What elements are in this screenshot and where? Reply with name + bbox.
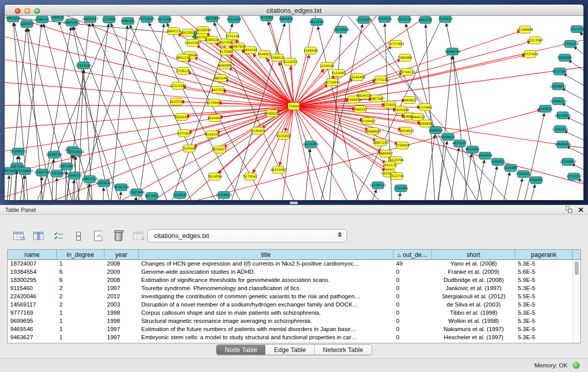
table-cell[interactable]: 1 — [57, 309, 104, 317]
column-header-pagerank[interactable]: pagerank — [515, 250, 573, 260]
table-cell[interactable]: 2 — [57, 301, 104, 309]
table-cell[interactable]: 1997 — [104, 334, 139, 342]
table-cell[interactable]: Investigating the contribution of common… — [139, 293, 394, 301]
table-cell[interactable]: 2 — [57, 285, 104, 293]
network-window[interactable]: citations_edges.txt 19553541403557208914… — [4, 4, 584, 201]
scrollbar-thumb[interactable] — [575, 261, 579, 275]
table-mode-button[interactable]: ⚙ — [11, 229, 26, 243]
table-cell[interactable]: 2008 — [104, 260, 139, 268]
table-cell[interactable]: 18724007 — [8, 260, 57, 268]
table-cell[interactable]: 0 — [394, 268, 432, 276]
table-cell[interactable]: 1 — [57, 260, 104, 268]
tab-edge-table[interactable]: Edge Table — [266, 345, 314, 355]
table-cell[interactable]: 5.3E-5 — [515, 317, 573, 325]
table-cell[interactable]: 9465546 — [8, 325, 57, 334]
table-row[interactable]: 969969511998Structural magnetic resonanc… — [8, 317, 580, 325]
show-columns-button[interactable] — [31, 229, 46, 243]
table-cell[interactable]: 9463627 — [8, 334, 57, 342]
table-cell[interactable]: Nakamura et al. (1997) — [432, 325, 515, 334]
panel-splitter-handle[interactable] — [290, 202, 298, 204]
delete-table-button[interactable]: ✕ — [131, 229, 145, 243]
table-cell[interactable]: Wolkin et al. (1998) — [432, 317, 515, 325]
table-cell[interactable]: 22420046 — [8, 293, 57, 301]
table-cell[interactable]: 49 — [394, 260, 432, 268]
table-cell[interactable]: 9699695 — [8, 317, 57, 325]
table-cell[interactable]: Dudbridge et al. (2008) — [432, 276, 515, 285]
table-cell[interactable]: 1 — [57, 317, 104, 325]
table-cell[interactable]: Changes of HCN gene expression and I(f) … — [139, 260, 394, 268]
new-column-button[interactable] — [91, 229, 105, 243]
table-cell[interactable]: 1998 — [104, 317, 139, 325]
table-cell[interactable]: 6 — [57, 276, 104, 285]
table-cell[interactable]: 2009 — [104, 268, 139, 276]
table-cell[interactable]: 19384554 — [8, 268, 57, 276]
select-columns-button[interactable]: ✔—✔— — [51, 229, 66, 243]
table-cell[interactable]: de Silva et al. (2003) — [432, 301, 515, 309]
network-canvas[interactable]: 1955354140355720891411040232208914061065… — [5, 16, 583, 200]
table-row[interactable]: 1938455462009Genome-wide association stu… — [8, 268, 580, 276]
table-cell[interactable]: 1 — [57, 334, 104, 342]
table-cell[interactable]: 5.9E-5 — [515, 276, 573, 285]
table-cell[interactable]: 18300295 — [8, 276, 57, 285]
column-header-year[interactable]: year — [104, 250, 139, 260]
table-cell[interactable]: 1998 — [104, 309, 139, 317]
float-panel-icon[interactable] — [565, 206, 573, 213]
table-cell[interactable]: 5.3E-5 — [515, 260, 573, 268]
table-row[interactable]: 946554611997Estimation of the future num… — [8, 325, 580, 334]
table-cell[interactable]: Tourette syndrome. Phenomenology and cla… — [139, 285, 394, 293]
table-cell[interactable]: Jankovic et al. (1997) — [432, 285, 515, 293]
delete-column-button[interactable] — [111, 229, 125, 243]
table-cell[interactable]: Tibbo et al. (1998) — [432, 309, 515, 317]
table-cell[interactable]: Stergiakouli et al. (2012) — [432, 293, 515, 301]
table-cell[interactable]: Yano et al. (2008) — [432, 260, 515, 268]
tab-node-table[interactable]: Node Table — [216, 345, 266, 355]
column-header-in_degree[interactable]: in_degree — [57, 250, 104, 260]
table-cell[interactable]: 14569117 — [8, 301, 57, 309]
table-cell[interactable]: 0 — [394, 309, 432, 317]
table-cell[interactable]: Structural magnetic resonance image aver… — [139, 317, 394, 325]
table-row[interactable]: 946362711997Embryonic stem cells: a mode… — [8, 334, 580, 342]
table-cell[interactable]: 2012 — [104, 293, 139, 301]
table-cell[interactable]: Embryonic stem cells: a model to study s… — [139, 334, 394, 342]
table-cell[interactable]: 5.3E-5 — [515, 285, 573, 293]
close-panel-icon[interactable]: ✕ — [578, 206, 584, 213]
table-cell[interactable]: 2003 — [104, 301, 139, 309]
table-cell[interactable]: Franke et al. (2009) — [432, 268, 515, 276]
table-cell[interactable]: 2008 — [104, 276, 139, 285]
table-cell[interactable]: 5.6E-5 — [515, 268, 573, 276]
table-cell[interactable]: Corpus callosum shape and size in male p… — [139, 309, 394, 317]
table-cell[interactable]: 1 — [57, 325, 104, 334]
column-header-title[interactable]: title — [139, 250, 394, 260]
table-row[interactable]: 977716911998Corpus callosum shape and si… — [8, 309, 580, 317]
table-cell[interactable]: 6 — [57, 268, 104, 276]
table-cell[interactable]: Genome-wide association studies in ADHD. — [139, 268, 394, 276]
table-cell[interactable]: 0 — [394, 325, 432, 334]
table-row[interactable]: 1456911722003Disruption of a novel membe… — [8, 301, 580, 309]
table-row[interactable]: 2242004622012Investigating the contribut… — [8, 293, 580, 301]
table-scrollbar[interactable] — [573, 260, 580, 343]
table-row[interactable]: 1830029562008Estimation of significance … — [8, 276, 580, 285]
table-cell[interactable]: 9115460 — [8, 285, 57, 293]
table-cell[interactable]: 0 — [394, 285, 432, 293]
table-cell[interactable]: 5.3E-5 — [515, 325, 573, 334]
column-header-short[interactable]: short — [432, 250, 515, 260]
memory-status-indicator[interactable] — [573, 362, 580, 369]
table-cell[interactable]: Estimation of significance thresholds fo… — [139, 276, 394, 285]
table-cell[interactable]: 9777169 — [8, 309, 57, 317]
table-cell[interactable]: 0 — [394, 334, 432, 342]
table-cell[interactable]: 0 — [394, 301, 432, 309]
table-select[interactable]: citations_edges.txt — [147, 229, 347, 243]
table-cell[interactable]: 0 — [394, 276, 432, 285]
table-cell[interactable]: 1997 — [104, 325, 139, 334]
table-row[interactable]: 911546021997Tourette syndrome. Phenomeno… — [8, 285, 580, 293]
table-cell[interactable]: 5.5E-5 — [515, 293, 573, 301]
tab-network-table[interactable]: Network Table — [315, 345, 372, 355]
column-header-out_de[interactable]: △out_de… — [394, 250, 432, 260]
table-cell[interactable]: 5.3E-5 — [515, 301, 573, 309]
column-header-name[interactable]: name — [8, 250, 57, 260]
table-cell[interactable]: 5.3E-5 — [515, 334, 573, 342]
table-cell[interactable]: Disruption of a novel member of a sodium… — [139, 301, 394, 309]
table-row[interactable]: 1872400712008Changes of HCN gene express… — [8, 260, 580, 268]
network-window-titlebar[interactable]: citations_edges.txt — [5, 5, 583, 16]
table-cell[interactable]: Hescheler et al. (1997) — [432, 334, 515, 342]
